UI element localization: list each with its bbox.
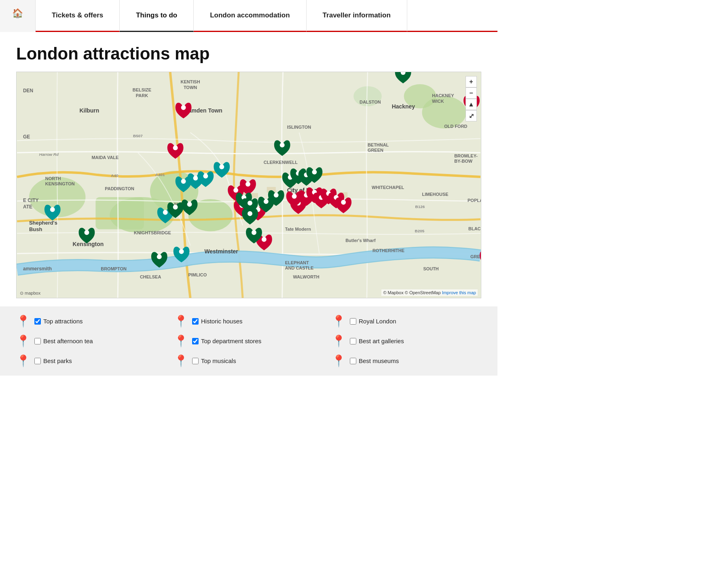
royal-london-checkbox[interactable] (350, 318, 356, 325)
top-musicals-checkbox[interactable] (192, 358, 199, 364)
svg-text:GREEN: GREEN (368, 148, 383, 153)
svg-text:DALSTON: DALSTON (360, 100, 381, 104)
svg-text:Tate Modern: Tate Modern (285, 227, 311, 232)
svg-point-100 (264, 199, 269, 204)
svg-text:KENSINGTON: KENSINGTON (45, 181, 75, 186)
north-button[interactable]: ▲ (466, 99, 477, 110)
svg-text:KENTISH: KENTISH (180, 79, 200, 84)
royal-london-pin: 📍 (332, 314, 346, 328)
svg-text:CHELSEA: CHELSEA (140, 274, 161, 279)
legend-best-parks: 📍 Best parks (16, 354, 166, 367)
svg-point-94 (280, 142, 285, 147)
svg-point-95 (173, 205, 178, 210)
svg-text:BROMPTON: BROMPTON (101, 266, 127, 271)
svg-point-96 (187, 202, 192, 207)
nav-traveller-info[interactable]: Traveller information (307, 0, 407, 32)
nav-home[interactable]: 🏠 (0, 0, 36, 32)
afternoon-tea-label[interactable]: Best afternoon tea (34, 338, 93, 344)
svg-text:AND CASTLE: AND CASTLE (285, 266, 314, 270)
svg-text:GRE PEN: GRE PEN (470, 254, 481, 259)
top-musicals-label[interactable]: Top musicals (192, 357, 236, 364)
svg-text:B126: B126 (415, 204, 425, 209)
svg-text:GE: GE (23, 134, 30, 140)
historic-houses-label[interactable]: Historic houses (192, 318, 243, 325)
nav-accommodation[interactable]: London accommodation (194, 0, 306, 32)
svg-text:HACKNEY: HACKNEY (432, 93, 454, 98)
svg-text:A401: A401 (155, 172, 165, 177)
svg-point-106 (84, 230, 89, 235)
legend-top-attractions: 📍 Top attractions (16, 314, 166, 328)
best-parks-pin: 📍 (16, 354, 30, 367)
svg-point-105 (312, 170, 317, 174)
art-galleries-label[interactable]: Best art galleries (350, 338, 404, 344)
svg-text:BROMLEY-: BROMLEY- (454, 153, 478, 158)
svg-text:TOWN: TOWN (184, 85, 197, 90)
map-section: KENTISH TOWN BELSIZE PARK Camden Town DA… (0, 72, 497, 306)
svg-point-101 (274, 193, 279, 198)
improve-map-link[interactable]: Improve this map (442, 290, 476, 295)
art-galleries-pin: 📍 (332, 334, 346, 348)
svg-text:BY-BOW: BY-BOW (454, 159, 473, 164)
svg-text:CLERKENWELL: CLERKENWELL (264, 160, 298, 165)
svg-text:WICK: WICK (432, 99, 444, 104)
department-stores-checkbox[interactable] (192, 338, 199, 344)
svg-text:SOUTH: SOUTH (423, 266, 438, 271)
royal-london-label[interactable]: Royal London (350, 318, 396, 325)
svg-text:ROTHERHITHE: ROTHERHITHE (372, 248, 404, 253)
department-stores-pin: 📍 (174, 334, 188, 348)
svg-point-99 (248, 211, 252, 216)
map-legend: 📍 Top attractions 📍 Historic houses 📍 Ro… (0, 306, 497, 376)
top-attractions-checkbox[interactable] (34, 318, 41, 325)
svg-text:WHITECHAPEL: WHITECHAPEL (372, 185, 404, 190)
afternoon-tea-pin: 📍 (16, 334, 30, 348)
historic-houses-checkbox[interactable] (192, 318, 199, 325)
svg-text:ATE: ATE (23, 204, 32, 210)
svg-text:ISLINGTON: ISLINGTON (287, 125, 311, 130)
svg-text:B205: B205 (415, 229, 425, 233)
legend-royal-london: 📍 Royal London (332, 314, 481, 328)
top-musicals-pin: 📍 (174, 354, 188, 367)
svg-text:PIMLICO: PIMLICO (188, 272, 207, 277)
fullscreen-button[interactable]: ⤢ (466, 110, 477, 121)
top-attractions-pin: 📍 (16, 314, 30, 328)
best-parks-checkbox[interactable] (34, 358, 41, 364)
svg-text:E CITY: E CITY (23, 198, 39, 203)
svg-text:BETHNAL: BETHNAL (368, 142, 389, 147)
nav-things-to-do[interactable]: Things to do (120, 0, 194, 32)
svg-text:Westminster: Westminster (204, 248, 238, 255)
svg-text:B507: B507 (133, 134, 143, 138)
svg-point-107 (252, 230, 256, 235)
svg-text:BELSIZE: BELSIZE (133, 87, 151, 92)
best-museums-label[interactable]: Best museums (350, 357, 399, 364)
top-attractions-label[interactable]: Top attractions (34, 318, 83, 325)
svg-text:A40: A40 (111, 173, 119, 178)
best-museums-checkbox[interactable] (350, 358, 356, 364)
svg-point-92 (163, 210, 168, 215)
art-galleries-checkbox[interactable] (350, 338, 356, 344)
svg-point-98 (248, 201, 252, 206)
svg-text:OLD FORD: OLD FORD (444, 124, 467, 129)
svg-text:KNIGHTSBRIDGE: KNIGHTSBRIDGE (134, 230, 171, 235)
afternoon-tea-checkbox[interactable] (34, 338, 41, 344)
zoom-in-button[interactable]: + (466, 76, 477, 87)
map-attribution: © Mapbox © OpenStreetMap Improve this ma… (381, 289, 478, 296)
best-parks-label[interactable]: Best parks (34, 357, 72, 364)
department-stores-label[interactable]: Top department stores (192, 338, 261, 344)
map-container[interactable]: KENTISH TOWN BELSIZE PARK Camden Town DA… (16, 72, 481, 298)
zoom-out-button[interactable]: − (466, 87, 477, 99)
svg-text:MAIDA VALE: MAIDA VALE (91, 155, 119, 160)
legend-department-stores: 📍 Top department stores (174, 334, 324, 348)
svg-text:PADDINGTON: PADDINGTON (105, 186, 134, 191)
svg-text:DEN: DEN (23, 88, 33, 93)
svg-point-71 (181, 105, 186, 110)
legend-afternoon-tea: 📍 Best afternoon tea (16, 334, 166, 348)
svg-point-74 (50, 207, 55, 212)
legend-best-museums: 📍 Best museums (332, 354, 481, 367)
svg-point-86 (292, 194, 297, 199)
svg-text:NORTH: NORTH (45, 176, 61, 181)
svg-text:Butler's Wharf: Butler's Wharf (345, 238, 376, 243)
svg-text:Bush: Bush (29, 226, 42, 232)
svg-point-88 (181, 179, 186, 184)
map-controls: + − ▲ ⤢ (466, 76, 477, 121)
nav-tickets[interactable]: Tickets & offers (36, 0, 120, 32)
